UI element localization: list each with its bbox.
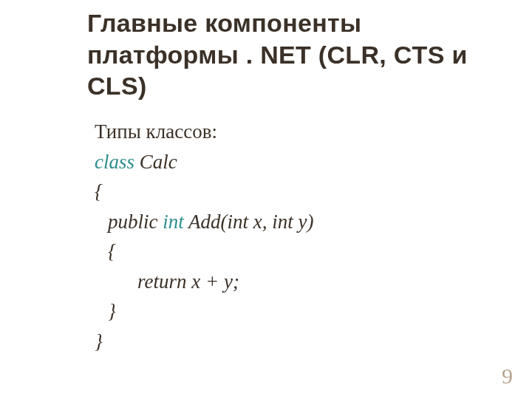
- code-line-1: class Calc: [95, 147, 494, 177]
- slide: Главные компоненты платформы . NET (CLR,…: [0, 0, 532, 399]
- code-line-7: }: [95, 327, 494, 357]
- code-line-3: public int Add(int x, int y): [95, 207, 494, 237]
- page-number: 9: [502, 364, 513, 389]
- subtitle: Типы классов:: [95, 117, 494, 147]
- code-text: public: [108, 211, 163, 233]
- keyword-class: class: [95, 151, 134, 173]
- code-text: Add(int x, int y): [184, 211, 314, 233]
- slide-title: Главные компоненты платформы . NET (CLR,…: [87, 7, 501, 102]
- keyword-int: int: [163, 211, 184, 233]
- code-line-4: {: [95, 236, 494, 267]
- code-line-6: }: [95, 296, 494, 327]
- code-line-2: {: [95, 177, 494, 207]
- code-text: Calc: [134, 151, 177, 173]
- slide-body: Типы классов: class Calc { public int Ad…: [95, 117, 494, 356]
- code-line-5: return x + y;: [95, 267, 494, 297]
